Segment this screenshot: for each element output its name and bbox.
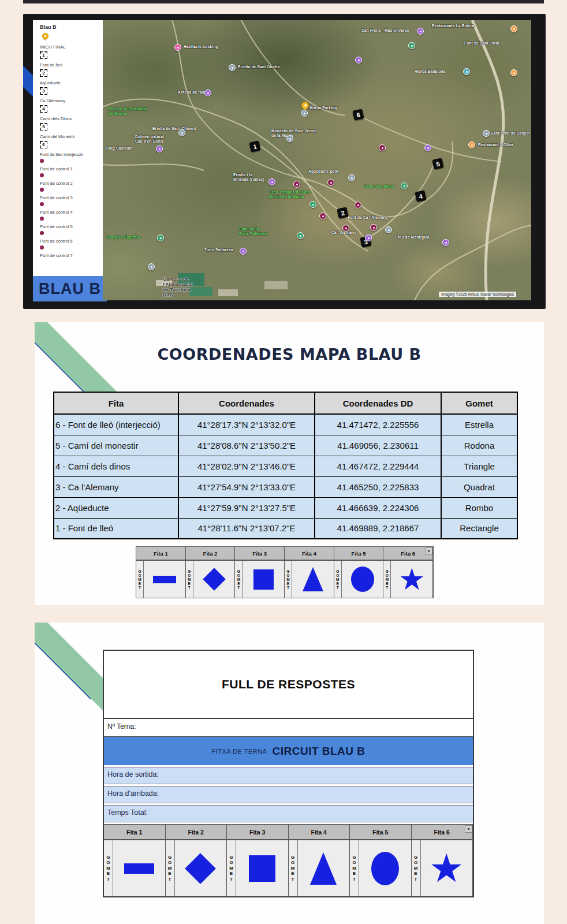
map-label: Torre Pallaresa: [204, 248, 233, 252]
sidebar-item-label: Aqüeducte: [40, 80, 100, 85]
map-marker-fita-2[interactable]: 2: [337, 207, 348, 218]
fita-header: Fita 3: [227, 825, 288, 840]
map-poi-marker-icon[interactable]: [148, 263, 155, 270]
table-cell: 41°28'02.9"N 2°13'46.0"E: [178, 456, 315, 476]
sidebar-item[interactable]: Camí dels Dinos5: [40, 116, 100, 131]
map-poi-marker-icon[interactable]: [301, 110, 308, 117]
map-poi-marker-icon[interactable]: [468, 141, 475, 148]
sidebar-item[interactable]: Punt de control 6: [40, 239, 100, 249]
sidebar-item[interactable]: Ca l'Alemany4: [40, 98, 100, 113]
form-fields: Hora de sortida:Hora d'arribada:Temps To…: [104, 767, 473, 822]
gomet-shape-quadrat: [243, 561, 284, 598]
map-label: Camí de la Torre Pallaresa: [239, 227, 268, 236]
sidebar-item[interactable]: Punt de control 4: [40, 210, 100, 221]
map-poi-marker-icon[interactable]: [327, 179, 334, 186]
sidebar-item[interactable]: Font de lleó2: [40, 62, 100, 77]
map-poi-marker-icon[interactable]: [408, 42, 415, 49]
waypoint-number-icon: 5: [40, 123, 47, 131]
map-poi-marker-icon[interactable]: [424, 144, 431, 151]
map-poi-marker-icon[interactable]: [286, 135, 293, 142]
fita-body: GOMET: [186, 561, 235, 598]
map-poi-marker-icon[interactable]: [483, 130, 490, 137]
fita-column: Fita 3GOMET: [235, 547, 285, 598]
sidebar-item-label: Ca l'Alemany: [40, 98, 100, 103]
map-poi-marker-icon[interactable]: [510, 69, 517, 76]
gomet-shape-rombo: [175, 840, 227, 896]
map-poi-marker-icon[interactable]: [229, 64, 236, 71]
sidebar-item-label: INICI I FINAL: [40, 44, 100, 50]
sidebar-item[interactable]: INICI I FINAL1: [40, 44, 100, 59]
sidebar-item-label: Punt de control 5: [40, 224, 100, 229]
sidebar-item[interactable]: Punt de control 1: [40, 166, 100, 177]
fita-body: GOMET: [136, 561, 185, 598]
map-poi-marker-icon[interactable]: [379, 144, 386, 151]
fita-column: Fita 4GOMET: [289, 825, 350, 896]
map-poi-marker-icon[interactable]: [355, 57, 362, 64]
sidebar-item[interactable]: Punt de control 7: [40, 253, 100, 258]
map-poi-marker-icon[interactable]: [268, 178, 275, 185]
map-marker-fita-4[interactable]: 4: [415, 190, 426, 202]
sidebar-item[interactable]: Font de lleó interjecció: [40, 152, 100, 163]
map-poi-marker-icon[interactable]: [240, 248, 247, 255]
gomet-vertical-label: GOMET: [383, 561, 391, 598]
sidebar-item[interactable]: Punt de control 3: [40, 195, 100, 206]
sidebar-item[interactable]: Punt de control 5: [40, 224, 100, 235]
table-row: 5 - Camí del monestir41°28'08.6"N 2°13'5…: [54, 435, 517, 456]
table-cell: Quadrat: [441, 476, 517, 497]
map-poi-marker-icon[interactable]: [297, 232, 304, 239]
map-poi-marker-icon[interactable]: [178, 129, 185, 136]
strip-dropdown-arrow[interactable]: ▾: [465, 825, 472, 833]
map-poi-marker-icon[interactable]: [365, 234, 372, 241]
fita-body: GOMET: [227, 840, 288, 896]
map-poi-marker-icon[interactable]: [442, 239, 449, 246]
coordinates-table: FitaCoordenadesCoordenades DDGomet6 - Fo…: [53, 392, 518, 539]
map-marker-fita-5[interactable]: 5: [432, 158, 443, 169]
fita-header: Fita 5: [350, 825, 411, 840]
map-poi-marker-icon[interactable]: [370, 224, 377, 231]
map-label: Dolmen natural Cau d'en Genís: [135, 135, 164, 144]
table-cell: 41°27'54.9"N 2°13'33.0"E: [178, 476, 315, 497]
fita-header: Fita 1: [136, 547, 185, 561]
map-poi-marker-icon[interactable]: [319, 213, 326, 219]
map-poi-marker-icon[interactable]: [293, 181, 300, 188]
map-poi-marker-icon[interactable]: [342, 225, 349, 232]
map-label: Habitació booking: [184, 44, 218, 49]
map-marker-fita-6[interactable]: 6: [352, 109, 364, 120]
control-point-icon: [40, 231, 44, 235]
map-poi-marker-icon[interactable]: [309, 201, 316, 208]
sidebar-item[interactable]: Aqüeducte3: [40, 80, 100, 95]
fita-column: Fita 1GOMET: [136, 547, 186, 598]
sidebar-item[interactable]: Camí del Monestir6: [40, 134, 100, 148]
map-poi-marker-icon[interactable]: [401, 182, 408, 189]
map-label: Parc de la Serralada de Marina: [109, 107, 147, 116]
table-cell: 41.467472, 2.229444: [315, 456, 441, 476]
form-title-box: FULL DE RESPOSTES: [104, 651, 473, 718]
answer-sheet-card: FULL DE RESPOSTES Nº Terna: FITXA DE TER…: [35, 623, 544, 924]
map-poi-marker-icon[interactable]: [204, 90, 211, 96]
fita-header: Fita 2: [186, 547, 235, 561]
map-poi-marker-icon[interactable]: [463, 68, 470, 75]
map-label: Monestir de Sant Jeroni de la Mútua: [271, 129, 316, 138]
map-label: Hípica Badalona: [415, 69, 446, 74]
map-poi-marker-icon[interactable]: [355, 202, 361, 208]
gomet-vertical-label: GOMET: [289, 840, 298, 896]
map-sidebar: Blau B INICI I FINAL1Font de lleó2Aqüedu…: [33, 20, 103, 278]
map-poi-marker-icon[interactable]: [385, 226, 392, 233]
circuit-banner: FITXA DE TERNA CIRCUIT BLAU B: [104, 736, 473, 765]
map-poi-marker-icon[interactable]: [510, 25, 517, 32]
map-poi-marker-icon[interactable]: [156, 146, 163, 152]
coordinates-card: COORDENADES MAPA BLAU B FitaCoordenadesC…: [35, 322, 544, 605]
map-poi-marker-icon[interactable]: [417, 28, 424, 35]
gomet-shape-estrella: ★: [421, 840, 473, 896]
gomet-vertical-label: GOMET: [285, 561, 292, 598]
sidebar-item[interactable]: Punt de control 2: [40, 181, 100, 192]
map-poi-marker-icon[interactable]: [157, 234, 164, 241]
satellite-map[interactable]: Habitació bookingErmita de Sant OnofreAn…: [103, 20, 531, 300]
map-marker-fita-1[interactable]: 1: [249, 140, 260, 152]
map-poi-marker-icon[interactable]: [174, 44, 181, 51]
table-cell: 41°28'11.6"N 2°13'07.2"E: [178, 518, 315, 539]
table-cell: 41.466639, 2.224306: [315, 497, 441, 518]
strip-dropdown-arrow[interactable]: ▾: [425, 547, 432, 555]
fita-body: GOMET: [285, 561, 334, 598]
map-poi-marker-icon[interactable]: [348, 174, 355, 181]
